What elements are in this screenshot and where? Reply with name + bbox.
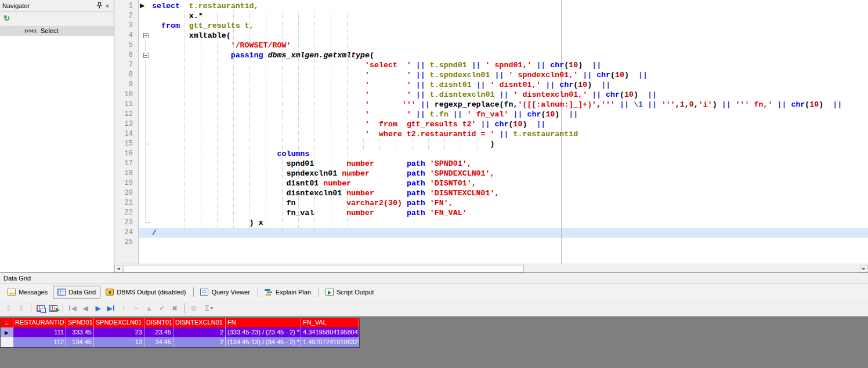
grid-cell[interactable]: 134.45: [66, 337, 94, 347]
grid-cell[interactable]: 112: [13, 337, 66, 347]
export-data-button[interactable]: ⇩: [3, 303, 15, 314]
grid-column-header-disntexcln01[interactable]: DISNTEXCLN01: [173, 318, 226, 327]
code-line[interactable]: ' ''' || regexp_replace(fn,'([[:alnum:]_…: [152, 100, 868, 110]
data-grid-table[interactable]: ≡RESTAURANTIDSPND01SPNDEXCLN01DISNT01DIS…: [0, 318, 360, 348]
first-record-button[interactable]: ◀: [67, 303, 78, 314]
code-token: [411, 90, 416, 99]
fold-collapse-box[interactable]: [143, 53, 149, 58]
grid-cell[interactable]: 23: [94, 327, 144, 337]
grid-cell[interactable]: 111: [13, 327, 66, 337]
grid-row-indicator[interactable]: ▶: [1, 327, 13, 337]
code-line[interactable]: columns: [152, 149, 868, 159]
grid-cell[interactable]: 1.49707241910632: [301, 337, 359, 347]
code-line[interactable]: ' ' || t.fn || ' fn_val' || chr(10) ||: [152, 110, 868, 119]
insert-record-button[interactable]: +: [118, 303, 129, 314]
editor-horizontal-scrollbar[interactable]: ◄ ►: [114, 264, 868, 272]
code-line[interactable]: x.*: [152, 11, 868, 21]
grid-column-header-fn_val[interactable]: FN_VAL: [301, 318, 359, 327]
tab-query-viewer[interactable]: Query Viewer: [196, 286, 254, 298]
grid-column-header-fn[interactable]: FN: [226, 318, 301, 327]
code-folding-margin[interactable]: [139, 0, 151, 264]
prior-record-button[interactable]: ◀: [79, 303, 91, 314]
delete-record-button[interactable]: −: [131, 303, 142, 314]
code-line[interactable]: fn_val number path 'FN_VAL': [152, 208, 868, 218]
tab-messages[interactable]: Messages: [3, 286, 52, 298]
next-record-button[interactable]: ▶: [92, 303, 104, 314]
grid-cell[interactable]: 2: [173, 337, 226, 347]
tab-data-grid[interactable]: Data Grid: [53, 286, 100, 298]
code-line[interactable]: passing dbms_xmlgen.getxmltype(: [152, 50, 868, 60]
code-line[interactable]: 'select ' || t.spnd01 || ' spnd01,' || c…: [152, 60, 868, 70]
code-line[interactable]: select t.restaurantid,: [152, 1, 868, 11]
code-token: ' spnd01,': [486, 61, 532, 70]
grid-cell[interactable]: 4.34195804195804: [301, 327, 359, 337]
scrollbar-thumb[interactable]: [124, 265, 524, 272]
code-line[interactable]: spndexcln01 number path 'SPNDEXCLN01',: [152, 169, 868, 178]
last-record-button[interactable]: ▶: [105, 303, 117, 314]
grid-cell[interactable]: 13: [94, 337, 144, 347]
code-line[interactable]: ) x: [152, 218, 868, 228]
tab-script-output[interactable]: Script Output: [321, 286, 378, 298]
post-edit-button[interactable]: ✔: [156, 303, 168, 314]
grid-gutter-header-icon[interactable]: ≡: [1, 318, 13, 327]
code-area[interactable]: select t.restaurantid,x.*from gtt_result…: [151, 0, 868, 264]
code-line[interactable]: disnt01 number path 'DISNT01',: [152, 178, 868, 188]
tab-explain-plan[interactable]: Explain Plan: [261, 286, 315, 298]
code-line[interactable]: xmltable(: [152, 31, 868, 41]
code-line[interactable]: ' from gtt_results t2' || chr(10) ||: [152, 119, 868, 129]
code-token: chr: [596, 71, 610, 79]
grid-column-header-spndexcln01[interactable]: SPNDEXCLN01: [94, 318, 144, 327]
close-icon[interactable]: ×: [103, 2, 111, 10]
code-line[interactable]: ' ' || t.disnt01 || ' disnt01,' || chr(1…: [152, 80, 868, 90]
code-token: regexp_replace(fn,: [435, 100, 518, 109]
code-token: ,: [596, 100, 601, 109]
grid-cell[interactable]: (134.45-13) / (34.45 - 2) * .4: [226, 337, 301, 347]
grid-row-indicator[interactable]: [1, 337, 13, 347]
scroll-left-button[interactable]: ◄: [114, 265, 122, 272]
fold-collapse-box[interactable]: [143, 33, 149, 38]
navigator-item-dml-select[interactable]: ···· DML Select: [0, 25, 114, 36]
tab-dbms-output-disabled[interactable]: DBMS Output (disabled): [102, 286, 190, 298]
grid-column-header-disnt01[interactable]: DISNT01: [144, 318, 173, 327]
code-line[interactable]: disntexcln01 number path 'DISNTEXCLN01',: [152, 188, 868, 198]
data-grid-zone: ≡RESTAURANTIDSPND01SPNDEXCLN01DISNT01DIS…: [0, 316, 868, 368]
code-line[interactable]: ' ' || t.disntexcln01 || ' disntexcln01,…: [152, 90, 868, 100]
sql-editor[interactable]: 1234567891011121314151617181920212223242…: [114, 0, 868, 264]
code-line[interactable]: [152, 238, 868, 247]
grid-export-button[interactable]: [48, 303, 59, 314]
filter-button[interactable]: ⊘: [188, 303, 200, 314]
pin-icon[interactable]: [95, 2, 103, 10]
import-data-button[interactable]: ⇧: [16, 303, 27, 314]
navigator-panel: Navigator × ↻ ···· DML Select: [0, 0, 114, 272]
grid-data-row[interactable]: 112134.451334.452(134.45-13) / (34.45 - …: [1, 337, 359, 347]
code-line[interactable]: '/ROWSET/ROW': [152, 41, 868, 50]
grid-cell[interactable]: (333.45-23) / (23.45 - 2) * .3: [226, 327, 301, 337]
grid-popup-button[interactable]: [35, 303, 46, 314]
cancel-edit-button[interactable]: ✖: [169, 303, 180, 314]
grid-column-header-spnd01[interactable]: SPND01: [66, 318, 94, 327]
code-line[interactable]: ' where t2.restaurantid = ' || t.restaur…: [152, 129, 868, 139]
code-token: /: [152, 228, 157, 237]
aggregate-sigma-button[interactable]: Σ▾: [201, 303, 217, 314]
code-line[interactable]: spnd01 number path 'SPND01',: [152, 159, 868, 169]
code-line[interactable]: /: [152, 228, 868, 238]
code-line[interactable]: fn varchar2(30) path 'FN',: [152, 198, 868, 208]
grid-cell[interactable]: 34.45: [144, 337, 173, 347]
refresh-icon[interactable]: ↻: [3, 14, 10, 22]
grid-cell[interactable]: 333.45: [66, 327, 94, 337]
scroll-right-button[interactable]: ►: [860, 265, 868, 272]
code-token: [495, 90, 500, 99]
tab-separator: [319, 287, 319, 297]
grid-cell[interactable]: 2: [173, 327, 226, 337]
grid-cell[interactable]: 23.45: [144, 327, 173, 337]
grid-data-row[interactable]: ▶111333.452323.452(333.45-23) / (23.45 -…: [1, 327, 359, 337]
navigator-title: Navigator: [2, 2, 95, 9]
code-line[interactable]: ): [152, 139, 868, 149]
code-token: ||: [569, 110, 578, 119]
code-line[interactable]: from gtt_results t,: [152, 21, 868, 31]
code-line[interactable]: ' ' || t.spndexcln01 || ' spndexcln01,' …: [152, 70, 868, 80]
edit-record-button[interactable]: ▲: [143, 303, 155, 314]
code-token: chr: [495, 120, 509, 129]
grid-column-header-restaurantid[interactable]: RESTAURANTID: [13, 318, 66, 327]
dropdown-caret-icon[interactable]: ▾: [211, 305, 213, 311]
